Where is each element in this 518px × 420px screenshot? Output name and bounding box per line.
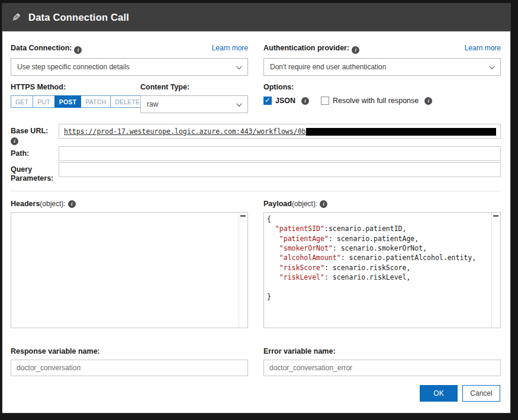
info-icon[interactable] xyxy=(74,46,82,54)
auth-provider-selected-value: Don't require end user authentication xyxy=(270,63,386,71)
query-parameters-label: Query Parameters: xyxy=(11,162,59,182)
query-parameters-input[interactable] xyxy=(59,162,501,177)
info-icon[interactable] xyxy=(11,137,18,145)
resolve-checkbox[interactable] xyxy=(321,97,329,105)
payload-label: Payload (object): xyxy=(263,200,501,208)
auth-provider-select[interactable]: Don't require end user authentication xyxy=(263,58,501,76)
error-variable-input[interactable] xyxy=(263,360,501,376)
https-method-option[interactable]: POST xyxy=(54,95,81,108)
section-divider xyxy=(11,191,501,191)
chevron-down-icon xyxy=(236,63,242,69)
chevron-down-icon xyxy=(489,63,495,69)
data-connection-selected-value: Use step specific connection details xyxy=(17,63,130,71)
dialog-title: Data Connection Call xyxy=(28,12,129,23)
json-checkbox-label[interactable]: JSON xyxy=(275,97,295,105)
resolve-checkbox-label[interactable]: Resolve with full response xyxy=(333,97,419,105)
payload-scrollbar[interactable] xyxy=(491,213,500,328)
auth-provider-learn-more-link[interactable]: Learn more xyxy=(465,44,501,52)
content-type-label: Content Type: xyxy=(140,83,248,91)
redaction-bar xyxy=(306,128,496,136)
https-method-label: HTTPS Method: xyxy=(11,83,125,91)
scrollbar-thumb[interactable] xyxy=(240,215,246,217)
path-label: Path: xyxy=(11,146,59,161)
resolve-option: Resolve with full response xyxy=(321,97,432,105)
cancel-button[interactable]: Cancel xyxy=(462,385,500,402)
https-method-group: GET PUT POST PATCH DELETE xyxy=(11,95,144,108)
data-connection-learn-more-link[interactable]: Learn more xyxy=(212,44,248,52)
payload-textarea[interactable]: { "patientSID":scenario.patientID, "pati… xyxy=(263,212,501,328)
data-connection-select[interactable]: Use step specific connection details xyxy=(11,58,248,76)
ok-button[interactable]: OK xyxy=(420,385,458,402)
options-label: Options: xyxy=(263,83,501,91)
dialog-footer: OK Cancel xyxy=(420,385,500,402)
info-icon[interactable] xyxy=(68,200,76,208)
https-method-option[interactable]: DELETE xyxy=(110,95,144,108)
scrollbar-thumb[interactable] xyxy=(493,215,498,217)
info-icon[interactable] xyxy=(301,97,309,105)
response-variable-input[interactable] xyxy=(11,360,248,376)
https-method-option[interactable]: PATCH xyxy=(81,95,111,108)
data-connection-label: Data Connection: xyxy=(11,42,82,54)
info-icon[interactable] xyxy=(424,97,432,105)
content-type-select[interactable]: raw xyxy=(140,95,248,113)
dialog-header: ✎ Data Connection Call xyxy=(2,4,510,31)
auth-provider-label: Authentication provider: xyxy=(263,42,359,54)
response-variable-label: Response variable name: xyxy=(11,347,248,355)
json-option: JSON xyxy=(263,97,309,105)
json-checkbox[interactable] xyxy=(263,97,272,105)
info-icon[interactable] xyxy=(320,200,327,208)
headers-label: Headers (object): xyxy=(11,200,248,208)
headers-textarea[interactable] xyxy=(11,212,248,328)
headers-scrollbar[interactable] xyxy=(239,213,247,328)
payload-code: { "patientSID":scenario.patientID, "pati… xyxy=(267,214,488,302)
https-method-option[interactable]: PUT xyxy=(33,95,55,108)
base-url-label: Base URL: xyxy=(11,124,59,145)
data-connection-call-dialog: ✎ Data Connection Call Data Connection: … xyxy=(2,3,511,413)
base-url-value: https://prod-17.westeurope.logic.azure.c… xyxy=(64,127,322,136)
base-url-input[interactable]: https://prod-17.westeurope.logic.azure.c… xyxy=(59,124,501,139)
error-variable-label: Error variable name: xyxy=(263,347,501,355)
https-method-option[interactable]: GET xyxy=(11,95,33,108)
content-type-selected-value: raw xyxy=(147,100,158,108)
path-input[interactable] xyxy=(59,146,501,161)
chevron-down-icon xyxy=(236,101,242,107)
info-icon[interactable] xyxy=(352,46,359,54)
edit-pencil-icon: ✎ xyxy=(12,12,21,23)
